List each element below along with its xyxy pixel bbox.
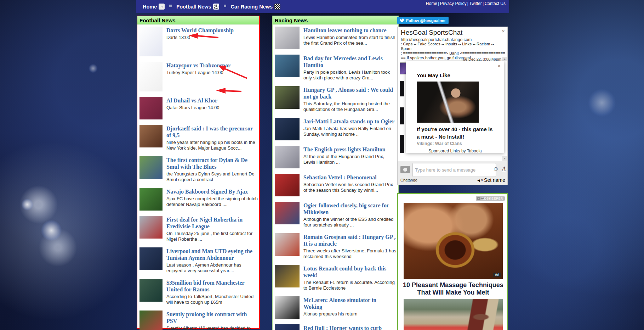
news-title[interactable]: Djorkaeff said : I was the precursor of … <box>166 125 258 139</box>
news-item[interactable]: Hatayspor vs Trabzonspor Turkey Super Le… <box>139 62 258 91</box>
twitter-follow-button[interactable]: Follow @hesgoalme <box>397 17 449 24</box>
football-news-header: Football News <box>137 16 259 24</box>
news-text: Hamilton leaves nothing to chance Lewis … <box>303 27 397 49</box>
news-item[interactable]: First deal for Nigel Robertha in Eredivi… <box>139 216 258 242</box>
camera-icon[interactable] <box>400 166 410 173</box>
news-item[interactable]: Red Bull : Horner wants to curb Mercedes… <box>275 324 397 330</box>
news-text: The English press lights Hamilton At the… <box>303 146 397 168</box>
news-item[interactable]: Sebastian Vettel : Phenomenal Sebastian … <box>275 174 397 196</box>
news-item[interactable]: The English press lights Hamilton At the… <box>275 146 397 168</box>
news-item[interactable]: Suently prolong his contract with PSV Su… <box>139 311 258 330</box>
news-title[interactable]: The English press lights Hamilton <box>303 146 397 153</box>
nav-home[interactable]: Home ⌂ <box>143 4 165 10</box>
emoji-icon[interactable]: ☺ <box>493 166 499 173</box>
news-item[interactable]: Hungary GP , Alonso said : We could not … <box>275 86 397 112</box>
news-title[interactable]: Liverpool and Man UTD eyeing the Tunisia… <box>166 248 258 261</box>
chat-url[interactable]: http://hesgoalsportchat.chatango.com <box>401 37 472 42</box>
news-item[interactable]: Jari-Matti Latvala stands up to Ogier Ja… <box>275 118 397 140</box>
chat-input-area: ☺ A Chatango ◄× Set name <box>398 161 507 185</box>
chat-avatar-partial <box>400 107 404 124</box>
news-title[interactable]: Hamilton leaves nothing to chance <box>303 27 397 34</box>
news-item[interactable]: Hamilton leaves nothing to chance Lewis … <box>275 27 397 49</box>
news-description: The Renault F1 return is accurate. Accor… <box>303 280 397 291</box>
mute-icon[interactable]: ◄× <box>477 178 483 183</box>
ad-image-vikings[interactable] <box>417 82 479 123</box>
chat-close-icon[interactable]: × <box>502 28 505 34</box>
ad-caption[interactable]: 10 Pleasant Massage Techniques That Will… <box>400 281 506 296</box>
racing-news-list: Hamilton leaves nothing to chance Lewis … <box>273 24 398 330</box>
news-description: Lewis Hamilton dominated from start to f… <box>303 35 397 46</box>
nav-separator <box>169 5 172 7</box>
news-description: Nine years after hanging up his boots in… <box>166 140 258 151</box>
chat-title: HesGoal SportsChat <box>401 29 462 37</box>
news-title[interactable]: Sebastian Vettel : Phenomenal <box>303 174 397 181</box>
chat-message-input[interactable] <box>412 163 496 177</box>
ad-image-car[interactable] <box>404 299 503 330</box>
top-link-twitter[interactable]: Twitter <box>466 1 481 6</box>
news-description: According to TalkSport, Manchester Unite… <box>166 294 258 305</box>
dylan-de-smul-photo <box>139 156 163 179</box>
news-item[interactable]: Ogier followed closely, big scare for Mi… <box>275 202 397 228</box>
news-item[interactable]: Djorkaeff said : I was the precursor of … <box>139 125 258 151</box>
checkered-flag-icon <box>274 4 280 10</box>
news-item[interactable]: Darts World Championship Darts 13:00 <box>139 27 258 56</box>
news-title[interactable]: First deal for Nigel Robertha in Eredivi… <box>166 216 258 230</box>
news-title[interactable]: Al Duhail vs Al Khor <box>166 97 258 104</box>
news-text: $35million bid from Manchester United fo… <box>166 279 258 305</box>
news-title[interactable]: Jari-Matti Latvala stands up to Ogier <box>303 118 397 125</box>
news-title[interactable]: Darts World Championship <box>166 27 258 34</box>
news-item[interactable]: $35million bid from Manchester United fo… <box>139 279 258 305</box>
news-text: Ogier followed closely, big scare for Mi… <box>303 202 397 228</box>
latvala-photo <box>275 118 300 140</box>
ad-close-icon[interactable]: × <box>498 63 501 69</box>
news-title[interactable]: Red Bull : Horner wants to curb Mercedes <box>303 325 397 330</box>
news-item[interactable]: McLaren: Alonso simulator in Woking Alon… <box>275 296 397 319</box>
chat-avatar-partial <box>400 135 404 153</box>
top-link-privacy-policy[interactable]: Privacy Policy <box>437 1 467 6</box>
set-name-link[interactable]: Set name <box>484 177 505 183</box>
news-description: Qatar Stars League 14:00 <box>166 105 258 111</box>
news-text: The first contract for Dylan & De Smul w… <box>166 156 258 183</box>
news-title[interactable]: McLaren: Alonso simulator in Woking <box>303 297 397 310</box>
news-text: Hungary GP , Alonso said : We could not … <box>303 86 397 112</box>
news-title[interactable]: Bad day for Mercedes and Lewis Hamilto <box>303 55 397 68</box>
news-description: Turkey Super League 14:00 <box>166 70 258 75</box>
sergio-ramos-photo <box>139 279 163 302</box>
news-item[interactable]: Al Duhail vs Al Khor Qatar Stars League … <box>139 97 258 119</box>
scroll-down-button[interactable]: ▼ <box>502 156 507 161</box>
adskeeper-logo[interactable]: ADSKEEPER <box>476 196 505 201</box>
news-title[interactable]: Suently prolong his contract with PSV <box>166 311 258 324</box>
news-description: Ajax FC have completed the signing of du… <box>166 196 258 207</box>
news-item[interactable]: Bad day for Mercedes and Lewis Hamilto P… <box>275 55 397 81</box>
ad-heading: You May Like <box>417 72 450 78</box>
ad-sponsor-link[interactable]: Sponsored Links by Taboola <box>406 149 504 153</box>
nav-separator <box>224 5 226 7</box>
news-description: On Thursday 25 june , the first contract… <box>166 231 258 242</box>
ad-image-massage[interactable]: Ad <box>404 203 503 279</box>
news-title[interactable]: Hungary GP , Alonso said : We could not … <box>303 86 397 100</box>
news-item[interactable]: Navajo Bakboord Signed By Ajax Ajax FC h… <box>139 188 258 211</box>
home-icon: ⌂ <box>159 4 165 10</box>
news-title[interactable]: Romain Grosjean said : Hungary GP , It i… <box>303 234 397 247</box>
news-item[interactable]: The first contract for Dylan & De Smul w… <box>139 156 258 183</box>
news-description: Darts 13:00 <box>166 35 258 40</box>
chat-rules-line: : ==================> Ban!! <===========… <box>401 51 506 56</box>
news-item[interactable]: Liverpool and Man UTD eyeing the Tunisia… <box>139 247 258 274</box>
nav-football-news[interactable]: Football News ⚽ <box>176 4 219 10</box>
news-title[interactable]: Navajo Bakboord Signed By Ajax <box>166 188 258 195</box>
news-title[interactable]: Ogier followed closely, big scare for Mi… <box>303 202 397 216</box>
nav-car-racing-news[interactable]: Car Racing News <box>231 4 280 10</box>
news-title[interactable]: $35million bid from Manchester United fo… <box>166 279 258 293</box>
news-item[interactable]: Lotus Renault could buy back this week! … <box>275 265 397 291</box>
top-navigation-bar: Home Privacy Policy Twitter Contact Us H… <box>136 0 509 13</box>
news-title[interactable]: The first contract for Dylan & De Smul w… <box>166 157 258 170</box>
news-title[interactable]: Lotus Renault could buy back this week! <box>303 265 397 279</box>
top-link-home[interactable]: Home <box>426 1 437 6</box>
news-text: Al Duhail vs Al Khor Qatar Stars League … <box>166 97 258 119</box>
chatango-brand[interactable]: Chatango <box>400 178 417 182</box>
font-style-button[interactable]: A <box>502 166 506 172</box>
news-title[interactable]: Hatayspor vs Trabzonspor <box>166 62 258 69</box>
ad-text[interactable]: If you're over 40 - this game is a must … <box>417 125 493 140</box>
news-item[interactable]: Romain Grosjean said : Hungary GP , It i… <box>275 233 397 259</box>
top-link-contact-us[interactable]: Contact Us <box>482 1 506 6</box>
